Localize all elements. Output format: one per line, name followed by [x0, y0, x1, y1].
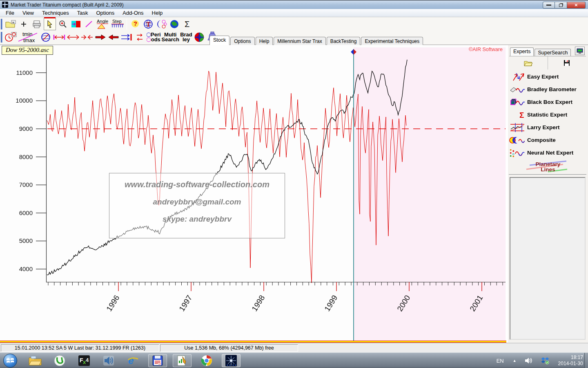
expert-output-panel: [510, 177, 586, 340]
multi-search-button[interactable]: MultiSearch: [162, 31, 179, 43]
timer-button[interactable]: [4, 31, 17, 43]
expert-item-easy-expert[interactable]: Easy Expert: [509, 70, 587, 83]
arrow-right-solid-icon: [95, 34, 106, 40]
expert-label: Bradley Barometer: [527, 86, 577, 92]
volume-app-taskbar-button[interactable]: [102, 354, 116, 367]
expert-item-neural-net-expert[interactable]: Neural Net Expert: [509, 146, 587, 159]
step-tool-button[interactable]: Step: [111, 18, 125, 30]
tray-dropbox-icon[interactable]: [541, 357, 549, 364]
expert-item-statistic-expert[interactable]: ΣStatistic Expert: [509, 108, 587, 121]
sun-moon-wave-icon: [509, 136, 527, 145]
menu-file[interactable]: File: [2, 9, 18, 17]
chrome-taskbar-button[interactable]: [200, 354, 214, 367]
starburst-icon: [225, 355, 237, 367]
explorer-taskbar-button[interactable]: [28, 354, 42, 367]
chart-window: Dow 95-2000.asc ©AIR Software www.tradin…: [0, 45, 506, 343]
zoom-tool-button[interactable]: [57, 18, 69, 30]
experts-tab-experts[interactable]: Experts: [510, 47, 534, 56]
periods-button-label: Periods: [151, 32, 161, 42]
experts-tab-supersearch[interactable]: SuperSearch: [535, 49, 571, 56]
line-tool-button[interactable]: [83, 18, 95, 30]
expert-item-bradley-barometer[interactable]: Bradley Barometer: [509, 83, 587, 96]
t-globe-icon: T: [143, 19, 153, 29]
print-button[interactable]: [31, 18, 43, 30]
pointer-tool-button[interactable]: [44, 18, 56, 30]
language-indicator[interactable]: EN: [497, 358, 504, 364]
ie-icon: e: [127, 355, 139, 366]
cube-wave-icon: [509, 98, 527, 107]
expert-label: Larry Expert: [527, 124, 560, 130]
tray-chevron-up-icon[interactable]: ▲: [513, 359, 517, 363]
toolbar-gripper[interactable]: [1, 19, 2, 29]
utorrent-taskbar-button[interactable]: [53, 354, 67, 367]
bradley-button[interactable]: Bradley: [180, 31, 192, 43]
expert-item-black-box-expert[interactable]: Black Box Expert: [509, 96, 587, 108]
expert-item-larry-expert[interactable]: Larry Expert: [509, 121, 587, 134]
internet-explorer-taskbar-button[interactable]: e: [126, 354, 140, 367]
shift-left-button[interactable]: [107, 31, 120, 43]
save-expert-button[interactable]: [548, 56, 586, 70]
statistics-button[interactable]: Σ: [181, 18, 194, 30]
menu-options[interactable]: Options: [92, 9, 118, 17]
tab-stock[interactable]: Stock: [209, 36, 229, 45]
align-bar-button[interactable]: [120, 31, 133, 43]
chart-file-label[interactable]: Dow 95-2000.asc: [2, 46, 53, 55]
tab-millennium-star-trax[interactable]: Millennium Star Trax: [274, 37, 325, 45]
tmin-tmax-button[interactable]: tmintmax: [18, 31, 39, 43]
load-expert-button[interactable]: [509, 56, 548, 70]
angle-tool-button[interactable]: Angle: [96, 18, 110, 30]
tray-volume-icon[interactable]: [525, 357, 533, 364]
cursor-icon: [47, 20, 53, 28]
market-trader-taskbar-button[interactable]: [222, 354, 241, 367]
folder-w-icon: w: [5, 20, 16, 28]
menu-task[interactable]: Task: [73, 9, 92, 17]
arrows-red-icon: [509, 72, 527, 82]
color-bars-button[interactable]: [70, 18, 82, 30]
expert-item-planetary-lines[interactable]: PlanetaryLines: [509, 162, 587, 172]
world-button[interactable]: [168, 18, 180, 30]
fx-app-taskbar-button[interactable]: Fx4: [77, 354, 91, 367]
monitor-button[interactable]: [575, 47, 585, 55]
astro-cycles-button[interactable]: [155, 18, 167, 30]
start-button[interactable]: [3, 354, 17, 368]
contract-tool-button[interactable]: [80, 31, 94, 43]
dots-wave-icon: [509, 148, 526, 158]
menu-help[interactable]: Help: [148, 9, 167, 17]
taskbar: Fx4e64 EN ▲ 18:17 2014-01-30: [0, 352, 588, 368]
editor-app-taskbar-button[interactable]: [173, 354, 192, 367]
text-globe-button[interactable]: T: [142, 18, 154, 30]
shift-right-button[interactable]: [94, 31, 107, 43]
expand-tool-button[interactable]: [67, 31, 80, 43]
title-bar[interactable]: Market Trader Titanium compact (Built Ap…: [0, 0, 588, 9]
toolbar-area: wAngleStep?TΣ tmintmaxPeriodsMultiSearch…: [0, 17, 588, 45]
target-button[interactable]: [193, 31, 205, 43]
toolbar-gripper[interactable]: [1, 32, 2, 43]
small-arrows-button[interactable]: [134, 31, 146, 43]
expert-label: Black Box Expert: [527, 99, 572, 105]
minimize-button[interactable]: [543, 2, 555, 9]
expert-item-composite[interactable]: Composite: [509, 134, 587, 146]
multi-search-button-label: MultiSearch: [162, 32, 179, 42]
experts-toolbar: [509, 56, 586, 70]
periods-button[interactable]: Periods: [147, 31, 161, 43]
range-tool-button[interactable]: [53, 31, 66, 43]
tab-experimental-techniques[interactable]: Experimental Techniques: [361, 37, 423, 45]
help-button[interactable]: ?: [129, 18, 141, 30]
tab-options[interactable]: Options: [230, 37, 254, 45]
tab-help[interactable]: Help: [256, 37, 273, 45]
arrows-small-icon: [135, 33, 144, 42]
restore-button[interactable]: [555, 2, 567, 9]
open-file-button[interactable]: w: [4, 18, 17, 30]
tray-clock[interactable]: 18:17 2014-01-30: [558, 355, 583, 367]
floppy-app-taskbar-button[interactable]: 64: [148, 354, 167, 367]
menu-techniques[interactable]: Techniques: [38, 9, 73, 17]
menu-view[interactable]: View: [18, 9, 38, 17]
compass-button[interactable]: [40, 31, 52, 43]
show-desktop-button[interactable]: [584, 353, 588, 368]
save-floppy-icon: [564, 60, 570, 66]
sun-moon-wave-icon: [509, 136, 526, 145]
tab-backtesting[interactable]: BackTesting: [327, 37, 361, 45]
menu-addons[interactable]: Add-Ons: [118, 9, 147, 17]
add-button[interactable]: [18, 18, 30, 30]
close-button[interactable]: ✕: [567, 2, 586, 9]
